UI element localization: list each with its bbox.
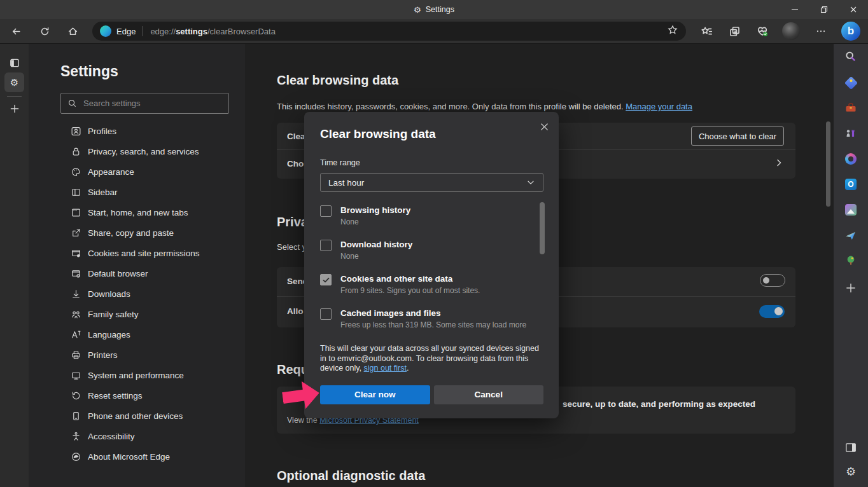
outlook-icon[interactable]: O (842, 175, 860, 193)
tab-title-label: Settings (426, 5, 454, 14)
dialog-close-icon[interactable] (536, 118, 552, 135)
sidebar-panel-icon[interactable] (842, 439, 860, 456)
time-range-value: Last hour (328, 178, 364, 188)
search-settings-input[interactable] (83, 99, 222, 108)
search-settings-box[interactable] (60, 93, 229, 114)
more-menu-button[interactable] (811, 22, 830, 41)
option-cached-images[interactable]: Cached images and filesFrees up less tha… (320, 308, 543, 335)
site-permissions-icon (71, 248, 81, 259)
new-tab-button[interactable] (4, 99, 24, 118)
allow-sites-row-label: Allo (287, 306, 304, 316)
sidebar-item-system-performance[interactable]: System and performance (29, 365, 245, 385)
cookies-checkbox[interactable] (320, 274, 332, 285)
sidebar-item-about-edge[interactable]: About Microsoft Edge (29, 446, 245, 467)
window-tabs-icon (71, 207, 81, 218)
left-activity-strip: ⚙ (0, 44, 29, 487)
profile-avatar[interactable] (782, 22, 800, 40)
active-tab[interactable]: ⚙ Settings (0, 0, 868, 19)
required-diagnostic-text: secure, up to date, and performing as ex… (563, 399, 755, 409)
sidebar-item-appearance[interactable]: Appearance (29, 161, 245, 182)
games-icon[interactable] (842, 125, 860, 142)
annotation-arrow-pointer (281, 378, 323, 413)
download-history-checkbox[interactable] (320, 240, 332, 251)
sign-out-first-link[interactable]: sign out first (364, 364, 407, 373)
sidebar-item-start-home-tabs[interactable]: Start, home, and new tabs (29, 202, 245, 223)
sidebar-item-reset-settings[interactable]: Reset settings (29, 385, 245, 406)
sidebar-item-languages[interactable]: Languages (29, 324, 245, 345)
dialog-title: Clear browsing data (320, 127, 543, 141)
designer-icon[interactable] (842, 201, 860, 219)
refresh-button[interactable] (35, 22, 54, 41)
page-scrollbar-thumb[interactable] (826, 121, 830, 207)
customize-sidebar-plus-icon[interactable] (842, 279, 860, 297)
toggle-knob (763, 277, 769, 284)
back-button[interactable] (6, 22, 25, 41)
browser-essentials-button[interactable] (753, 22, 772, 41)
monitor-icon (71, 370, 81, 381)
sync-warning-text: This will clear your data across all you… (320, 344, 544, 374)
clear-now-button[interactable]: Clear now (320, 385, 430, 404)
navigation-toolbar: Edge edge://settings/clearBrowserData (0, 19, 868, 43)
sidebar-item-cookies-permissions[interactable]: Cookies and site permissions (29, 243, 245, 263)
restore-button[interactable] (809, 0, 839, 19)
sidebar-search-icon[interactable] (842, 48, 860, 65)
home-button[interactable] (63, 22, 82, 41)
edge-swirl-icon (71, 451, 81, 462)
clear-now-row-label: Clea (287, 132, 305, 141)
cancel-button[interactable]: Cancel (434, 385, 544, 404)
collections-button[interactable] (725, 22, 744, 41)
choose-what-to-clear-button[interactable]: Choose what to clear (691, 127, 784, 146)
search-icon (67, 99, 77, 108)
sidebar-item-share-copy-paste[interactable]: Share, copy and paste (29, 223, 245, 243)
option-cookies-site-data[interactable]: Cookies and other site dataFrom 9 sites.… (320, 274, 543, 301)
add-favorite-star-icon[interactable] (667, 24, 678, 38)
microsoft-365-icon[interactable] (842, 150, 860, 168)
sidebar-settings-gear-icon[interactable]: ⚙ (842, 463, 860, 481)
strip-divider (7, 96, 22, 97)
tab-activity-icon[interactable] (4, 53, 24, 72)
option-browsing-history[interactable]: Browsing historyNone (320, 205, 543, 232)
close-button[interactable] (839, 0, 868, 19)
family-icon (71, 309, 81, 320)
sidebar-item-downloads[interactable]: Downloads (29, 284, 245, 304)
copilot-button[interactable]: b (841, 22, 860, 41)
sidebar-item-sidebar[interactable]: Sidebar (29, 182, 245, 202)
download-icon (71, 289, 81, 299)
sidebar-item-profiles[interactable]: Profiles (29, 121, 245, 141)
tools-icon[interactable] (842, 99, 860, 117)
settings-sidebar: Settings Profiles Privacy, search, and s… (29, 44, 245, 487)
url-text: edge://settings/clearBrowserData (150, 27, 276, 36)
minimize-button[interactable] (780, 0, 809, 19)
sidebar-item-privacy[interactable]: Privacy, search, and services (29, 141, 245, 161)
time-range-select[interactable]: Last hour (320, 173, 543, 192)
url-separator (143, 26, 143, 36)
manage-your-data-link[interactable]: Manage your data (626, 102, 692, 111)
dialog-scrollbar-thumb[interactable] (540, 202, 545, 254)
profiles-icon (71, 126, 81, 137)
sidebar-item-phone-devices[interactable]: Phone and other devices (29, 406, 245, 426)
favorites-button[interactable] (697, 22, 716, 41)
lock-icon (71, 146, 81, 157)
sidebar-item-printers[interactable]: Printers (29, 345, 245, 365)
sidebar-item-default-browser[interactable]: Default browser (29, 263, 245, 284)
optional-diagnostic-heading: Optional diagnostic data (277, 469, 425, 483)
address-bar[interactable]: Edge edge://settings/clearBrowserData (92, 22, 686, 41)
allow-payment-toggle[interactable] (759, 305, 785, 318)
tree-icon[interactable] (842, 252, 860, 270)
window-controls (780, 0, 868, 19)
browsing-history-checkbox[interactable] (320, 205, 332, 217)
chevron-right-icon[interactable] (774, 158, 784, 170)
cached-images-checkbox[interactable] (320, 308, 332, 320)
send-dnt-toggle[interactable] (760, 274, 785, 287)
settings-tab-button[interactable]: ⚙ (4, 72, 24, 92)
privacy-heading: Priva (277, 215, 308, 230)
shopping-icon[interactable] (842, 74, 860, 92)
titlebar: ⚙ Settings (0, 0, 868, 19)
option-download-history[interactable]: Download historyNone (320, 240, 543, 266)
sidebar-item-accessibility[interactable]: Accessibility (29, 426, 245, 446)
drop-paper-plane-icon[interactable] (842, 226, 860, 244)
sidebar-item-family-safety[interactable]: Family safety (29, 304, 245, 324)
clear-options-list: Browsing historyNone Download historyNon… (320, 205, 543, 335)
settings-title: Settings (60, 63, 118, 80)
phone-icon (71, 411, 81, 422)
